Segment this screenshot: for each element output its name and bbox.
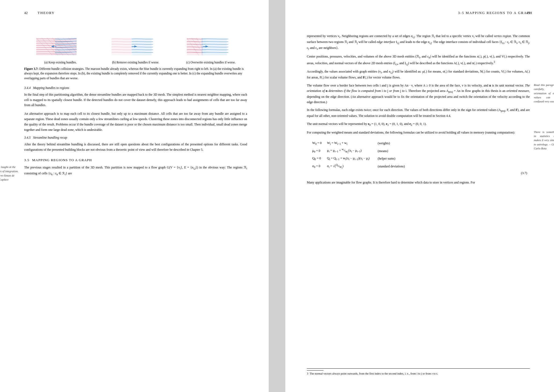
left-page-header: THEORY [38,11,55,15]
left-marginal-note: Nature laughs at the difficulties of int… [0,165,19,182]
formula-2-label: (means) [378,147,405,155]
page-gap [269,0,285,392]
formula-1-label: (weights) [378,140,405,147]
right-text-2: Center positions, pressures, velocities,… [307,54,530,67]
formula-row-4: σ0 = 0 σi = √(Qi/Wi) (standard deviation… [312,162,405,171]
figure-a: (a) Keep existing bundles. [24,34,97,64]
right-page-number: 43 [526,11,530,15]
section-35: 3.5 MAPPING REGIONS TO A GRAPH Nature la… [24,158,247,177]
figure-c: (c) Overwrite existing bundles if worse. [175,34,247,64]
figure-b: (b) Remove existing bundles if worse. [99,34,172,64]
marginal-note-2: There is something in statistics that ma… [534,130,554,150]
figure-c-svg [175,34,247,59]
right-text-3: Accordingly, the values associated with … [307,69,530,80]
formula-row-2: μ0 = 0 μi = μi−1 + wi/Wi(xi − μi−1) (mea… [312,147,405,155]
section-345-text1: After the theory behind streamline bundl… [24,142,247,153]
left-page-number: 42 [24,11,28,15]
section-344-heading: 3.4.4 Mapping bundles to regions [24,86,247,90]
section-344-text1: In the final step of this partitioning a… [24,92,247,108]
right-page: 3-5 Mapping Regions to a Graph 43 repres… [285,0,554,392]
footnote-text: 3 The normal vectors always point outwar… [307,372,530,376]
figure-a-caption: (a) Keep existing bundles. [44,60,77,64]
section-344-title: Mapping bundles to regions [33,86,69,90]
section-344-text2: An alternative approach is to map each c… [24,111,247,132]
svg-rect-15 [187,38,203,55]
right-text-7: For computing the weighted means and sta… [307,130,530,135]
right-text-1: represented by vertices vi. Neighboring … [307,34,530,51]
left-page: 42 THEORY [0,0,269,392]
section-35-title: MAPPING REGIONS TO A GRAPH [32,158,92,162]
figure-c-caption: (c) Overwrite existing bundles if worse. [186,60,235,64]
section-345: 3.4.5 Streamline bundling recap After th… [24,136,247,153]
figure-a-svg [24,34,97,59]
section-344: 3.4.4 Mapping bundles to regions In the … [24,86,247,133]
footnote-divider [307,370,323,371]
formula-4-mid: σi = √(Qi/Wi) [327,162,378,171]
svg-rect-11 [111,38,132,55]
svg-rect-8 [55,38,77,55]
formula-1-mid: Wi = Wi−1 + wi [327,140,378,147]
section-344-number: 3.4.4 [24,86,31,90]
figure-row: (a) Keep existing bundles. [24,34,247,64]
figure-b-caption: (b) Remove existing bundles if worse. [112,60,159,64]
formula-2-mid: μi = μi−1 + wi/Wi(xi − μi−1) [327,147,378,155]
right-text-6: The unit normal vectors will be represen… [307,121,530,127]
figure-container: (a) Keep existing bundles. [24,34,247,81]
formula-block: W0 = 0 Wi = Wi−1 + wi (weights) μ0 = 0 μ… [312,140,530,176]
right-text-4: The volume flow over a border face betwe… [307,83,530,105]
text4-with-marginal: The volume flow over a border face betwe… [307,83,530,105]
section-35-with-marginal: Nature laughs at the difficulties of int… [24,165,247,177]
marginal-note-1: Read this paragraph carefully, the orien… [534,83,554,103]
right-text-5: In the following formulas, each edge exi… [307,107,530,119]
section-345-title: Streamline bundling recap [33,136,67,139]
formula-table: W0 = 0 Wi = Wi−1 + wi (weights) μ0 = 0 μ… [312,140,405,171]
footnote: 3 The normal vectors always point outwar… [307,368,530,376]
text7-with-marginal: For computing the weighted means and sta… [307,130,530,135]
section-35-number: 3.5 [24,158,29,162]
formula-row-1: W0 = 0 Wi = Wi−1 + wi (weights) [312,140,405,147]
right-page-content: represented by vertices vi. Neighboring … [307,34,530,185]
section-345-heading: 3.4.5 Streamline bundling recap [24,136,247,140]
formula-4-left: σ0 = 0 [312,162,327,171]
formula-3-left: Q0 = 0 [312,155,327,162]
equation-number: (3.7) [312,171,527,176]
section-35-heading: 3.5 MAPPING REGIONS TO A GRAPH [24,158,247,162]
section-345-number: 3.4.5 [24,136,31,139]
figure-main-caption: Figure 3.7: Different bundle collision s… [24,67,247,81]
formula-3-label: (helper sums) [378,155,405,162]
right-page-header: 3-5 Mapping Regions to a Graph [458,11,533,15]
formula-3-mid: Qi = Qi−1 + wi(xi − μi−1)(xi − μi) [327,155,378,162]
book-spread: 42 THEORY [0,0,554,392]
formula-2-left: μ0 = 0 [312,147,327,155]
formula-row-3: Q0 = 0 Qi = Qi−1 + wi(xi − μi−1)(xi − μi… [312,155,405,162]
formula-1-left: W0 = 0 [312,140,327,147]
right-text-8: Many applications are imaginable for flo… [307,180,530,185]
figure-b-svg [99,34,172,59]
formula-4-label: (standard deviations) [378,162,405,171]
section-35-text1: The previous stages resulted in a partit… [24,165,247,177]
